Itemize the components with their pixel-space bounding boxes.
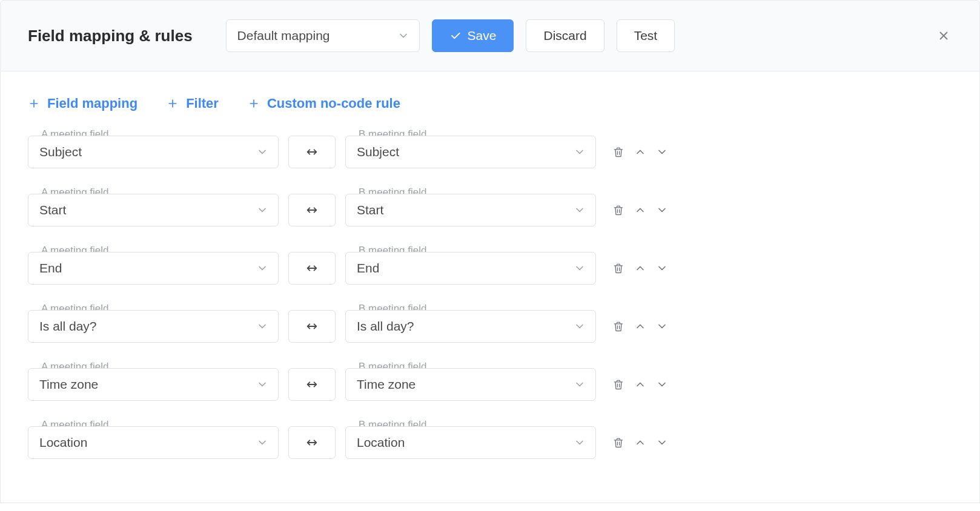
plus-icon [248,97,260,110]
b-field-select[interactable]: End [345,252,596,285]
chevron-up-icon [634,262,646,274]
move-down-button[interactable] [654,144,670,160]
b-field-value: Subject [357,145,399,159]
row-actions [611,435,670,450]
b-field-select[interactable]: Is all day? [345,310,596,343]
delete-row-button[interactable] [611,144,626,160]
plus-icon [167,97,179,110]
a-field-select[interactable]: End [28,252,279,285]
b-field-box: B meeting field End [345,252,596,285]
direction-toggle[interactable] [288,136,336,168]
move-down-button[interactable] [654,260,670,276]
delete-row-button[interactable] [611,260,626,276]
chevron-down-icon [656,262,668,274]
chevron-down-icon [574,204,586,216]
delete-row-button[interactable] [611,318,626,334]
delete-row-button[interactable] [611,435,626,450]
delete-row-button[interactable] [611,377,626,392]
trash-icon [612,146,624,158]
add-field-mapping-link[interactable]: Field mapping [28,96,137,111]
a-field-box: A meeting field End [28,252,279,285]
discard-button[interactable]: Discard [526,19,604,52]
save-button[interactable]: Save [432,19,514,52]
move-up-button[interactable] [632,377,648,392]
test-button[interactable]: Test [617,19,675,52]
move-down-button[interactable] [654,318,670,334]
direction-toggle[interactable] [288,310,336,343]
test-button-label: Test [634,28,658,43]
mapping-select[interactable]: Default mapping [226,19,420,52]
chevron-down-icon [574,146,586,158]
chevron-down-icon [256,378,268,391]
chevron-down-icon [574,320,586,332]
mapping-row: A meeting field Subject B meeting field … [28,136,952,168]
a-field-select[interactable]: Is all day? [28,310,279,343]
mapping-row: A meeting field Location B meeting field… [28,426,952,459]
move-up-button[interactable] [632,202,648,218]
move-down-button[interactable] [654,435,670,450]
a-field-value: Subject [39,145,82,159]
swap-icon [305,203,319,217]
move-down-button[interactable] [654,377,670,392]
row-actions [611,377,670,392]
a-field-box: A meeting field Start [28,194,279,226]
b-field-select[interactable]: Subject [345,136,596,168]
trash-icon [612,437,624,449]
move-down-button[interactable] [654,202,670,218]
a-field-select[interactable]: Location [28,426,279,459]
close-icon [937,29,950,42]
row-actions [611,144,670,160]
move-up-button[interactable] [632,435,648,450]
a-field-select[interactable]: Time zone [28,368,279,401]
move-up-button[interactable] [632,318,648,334]
chevron-down-icon [656,378,668,391]
delete-row-button[interactable] [611,202,626,218]
a-field-value: Start [39,203,66,217]
a-field-box: A meeting field Subject [28,136,279,168]
direction-toggle[interactable] [288,368,336,401]
a-field-select[interactable]: Subject [28,136,279,168]
swap-icon [305,145,319,159]
swap-icon [305,436,319,449]
content-area: Field mapping Filter Custom no-code rule… [0,71,980,503]
trash-icon [612,262,624,274]
b-field-select[interactable]: Start [345,194,596,226]
chevron-down-icon [574,437,586,449]
close-button[interactable] [935,27,952,44]
a-field-value: Location [39,435,87,450]
a-field-box: A meeting field Time zone [28,368,279,401]
chevron-down-icon [574,262,586,274]
add-custom-rule-link[interactable]: Custom no-code rule [248,96,400,111]
direction-toggle[interactable] [288,426,336,459]
check-icon [449,30,462,42]
direction-toggle[interactable] [288,194,336,226]
move-up-button[interactable] [632,144,648,160]
chevron-down-icon [656,146,668,158]
chevron-down-icon [574,378,586,391]
chevron-down-icon [656,320,668,332]
header-bar: Field mapping & rules Default mapping Sa… [0,0,980,71]
a-field-box: A meeting field Location [28,426,279,459]
direction-toggle[interactable] [288,252,336,285]
row-actions [611,318,670,334]
chevron-up-icon [634,146,646,158]
b-field-value: Location [357,435,405,450]
b-field-select[interactable]: Location [345,426,596,459]
swap-icon [305,320,319,333]
a-field-value: Time zone [39,377,98,392]
discard-button-label: Discard [543,28,586,43]
mapping-select-value: Default mapping [237,28,330,43]
a-field-select[interactable]: Start [28,194,279,226]
a-field-box: A meeting field Is all day? [28,310,279,343]
add-filter-link[interactable]: Filter [167,96,219,111]
b-field-box: B meeting field Is all day? [345,310,596,343]
mapping-rows: A meeting field Subject B meeting field … [28,136,952,459]
b-field-box: B meeting field Location [345,426,596,459]
chevron-down-icon [397,30,409,42]
chevron-down-icon [256,262,268,274]
chevron-up-icon [634,437,646,449]
move-up-button[interactable] [632,260,648,276]
trash-icon [612,378,624,391]
b-field-value: Start [357,203,383,217]
b-field-select[interactable]: Time zone [345,368,596,401]
